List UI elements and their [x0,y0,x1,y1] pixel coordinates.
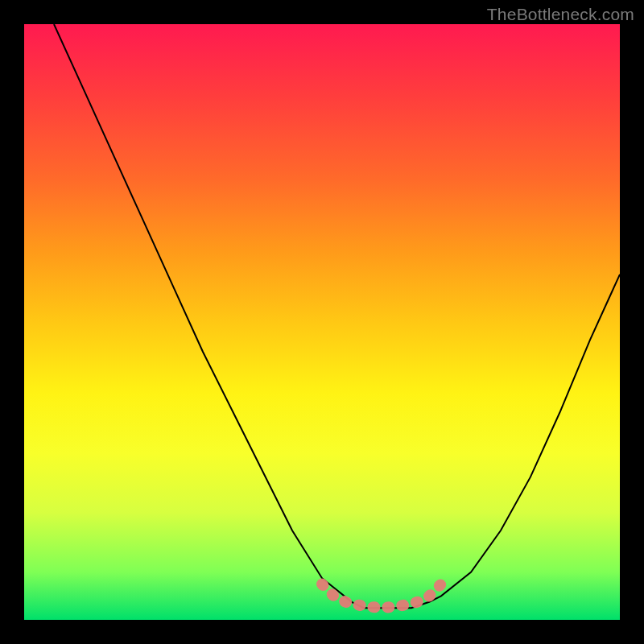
plot-area [24,24,620,620]
chart-frame: TheBottleneck.com [0,0,644,644]
curve-group [54,24,620,608]
chart-canvas [24,24,620,620]
watermark-text: TheBottleneck.com [487,5,634,24]
main-curve [54,24,620,608]
